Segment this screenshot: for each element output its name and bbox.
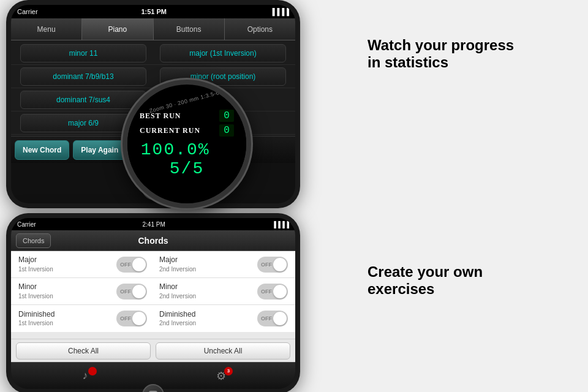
settings-label-dim1st: Diminished1st Inversion (18, 310, 116, 328)
toggle-major1st[interactable]: OFF (116, 257, 147, 273)
chord-dom7sus4[interactable]: dominant 7/sus4 (20, 91, 146, 109)
current-run-value: 0 (219, 124, 234, 137)
toggle-major2nd[interactable]: OFF (257, 257, 288, 273)
right-bottom-line2: exercises (368, 281, 434, 297)
settings-row-major: Major1st Inversion OFF Major2nd Inversio… (11, 251, 295, 278)
nav-title-bottom: Chords (138, 236, 168, 246)
best-run-label: Best Run (140, 111, 181, 121)
check-all-button[interactable]: Check All (16, 342, 151, 360)
nav-bar-bottom: Chords Chords (11, 230, 295, 251)
status-bar-top: Carrier 1:51 PM ▐▐▐▐ (11, 5, 295, 18)
settings-label-major2nd: Major2nd Inversion (159, 255, 257, 273)
right-top-line2: in statistics (368, 54, 448, 70)
status-bar-bottom: Carrier 2:41 PM ▐▐▐▐ (11, 218, 295, 230)
battery-bottom: ▐▐▐▐ (272, 221, 289, 228)
chord-major1st[interactable]: major (1st Inversion) (160, 44, 285, 62)
settings-label-dim2nd: Diminished2nd Inversion (159, 310, 257, 328)
tab-badge-settings: 3 (224, 367, 233, 375)
magnifier-percent: 100.0% (141, 140, 210, 159)
magnifier-content: Best Run 0 Current Run 0 100.0% 5/5 (127, 102, 246, 186)
chord-row-1: minor 11 major (1st Inversion) (11, 42, 295, 65)
settings-label-major1st: Major1st Inversion (18, 255, 116, 273)
nav-btn-menu[interactable]: Menu (11, 18, 82, 40)
chord-dom7b9b13[interactable]: dominant 7/b9/b13 (20, 67, 146, 86)
time-top: 1:51 PM (141, 8, 167, 15)
battery-top: ▐▐▐▐ (270, 8, 289, 15)
time-bottom: 2:41 PM (142, 221, 165, 228)
best-run-value: 0 (219, 110, 234, 122)
nav-btn-piano[interactable]: Piano (82, 18, 153, 40)
settings-label-minor2nd: Minor2nd Inversion (159, 282, 257, 300)
right-top-line1: Watch your progress (368, 37, 514, 53)
tab-badge-music (88, 367, 97, 375)
tab-icon-music[interactable]: ♪ (76, 367, 94, 385)
new-chord-button[interactable]: New Chord (15, 140, 69, 160)
toggle-minor1st[interactable]: OFF (116, 284, 147, 300)
toggle-minor2nd[interactable]: OFF (257, 284, 288, 300)
tab-icon-settings[interactable]: ⚙ 3 (212, 367, 230, 385)
chord-row-2: dominant 7/b9/b13 minor (root position) (11, 65, 295, 88)
right-text-bottom: Create your own exercises (368, 263, 570, 298)
magnifier-stats: 100.0% 5/5 (140, 140, 234, 178)
settings-list: Major1st Inversion OFF Major2nd Inversio… (11, 251, 295, 339)
play-again-button[interactable]: Play Again (73, 140, 126, 160)
carrier-top: Carrier (17, 8, 38, 15)
uncheck-all-button[interactable]: Uncheck All (156, 342, 290, 360)
settings-row-diminished: Diminished1st Inversion OFF Diminished2n… (11, 305, 295, 332)
bottom-action-row: Check All Uncheck All (11, 339, 295, 362)
settings-label-minor1st: Minor1st Inversion (18, 282, 116, 300)
nav-bar-top: Menu Piano Buttons Options (11, 18, 295, 40)
back-button[interactable]: Chords (16, 233, 51, 248)
right-bottom-line1: Create your own (368, 263, 483, 280)
toggle-dim2nd[interactable]: OFF (257, 311, 288, 326)
chord-minor11[interactable]: minor 11 (20, 44, 146, 62)
magnifier: Zoom 30 · 200 mm 1:3.5-6.3 Best Run 0 Cu… (123, 80, 251, 208)
toggle-dim1st[interactable]: OFF (116, 311, 147, 326)
phone-bottom: Carrier 2:41 PM ▐▐▐▐ Chords Chords Major… (6, 213, 300, 392)
nav-btn-buttons[interactable]: Buttons (154, 18, 225, 40)
current-run-label: Current Run (140, 126, 200, 135)
current-run-row: Current Run 0 (140, 124, 234, 137)
magnifier-score: 5/5 (170, 159, 204, 178)
settings-row-minor: Minor1st Inversion OFF Minor2nd Inversio… (11, 278, 295, 305)
carrier-bottom: Carrier (17, 221, 36, 228)
right-text-top: Watch your progress in statistics (368, 37, 570, 71)
nav-btn-options[interactable]: Options (225, 18, 295, 40)
